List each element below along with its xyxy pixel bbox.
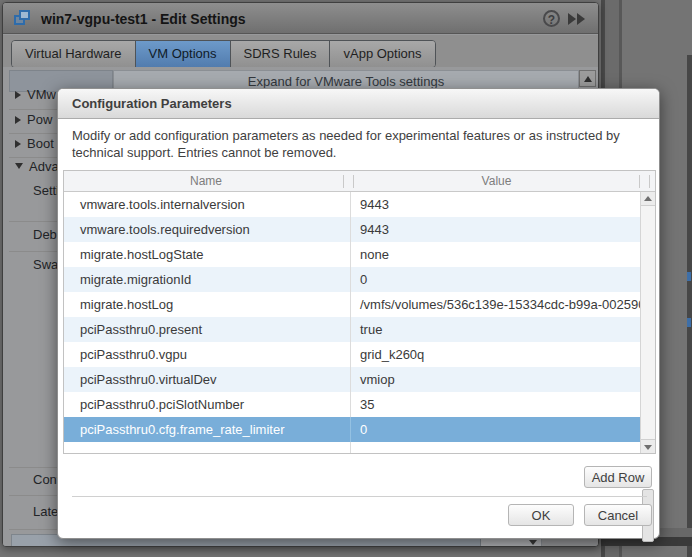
table-row[interactable]: vmware.tools.internalversion9443 <box>64 192 655 217</box>
tab-vapp-options[interactable]: vApp Options <box>330 41 434 67</box>
tree-item-vmw[interactable]: VMw <box>15 87 56 103</box>
expand-icon[interactable] <box>15 116 21 124</box>
tree-item-label: Setti <box>33 183 59 198</box>
column-resize-handle[interactable] <box>639 175 640 188</box>
scrollbar-down-icon <box>644 445 652 450</box>
expand-icon[interactable] <box>15 91 21 99</box>
cell-value[interactable] <box>351 442 655 453</box>
cell-name[interactable]: pciPassthru0.cfg.frame_rate_limiter <box>64 417 351 442</box>
column-resize-handle[interactable] <box>343 175 344 188</box>
table-scrollbar[interactable] <box>640 192 655 453</box>
tree-item-label: VMw <box>27 87 56 102</box>
collapse-icon[interactable] <box>15 163 23 169</box>
cell-name[interactable]: migrate.migrationId <box>64 267 351 292</box>
tab-bar: Virtual HardwareVM OptionsSDRS RulesvApp… <box>11 40 436 68</box>
tree-item-label: Adva <box>29 159 59 174</box>
tree-item-pow[interactable]: Pow <box>15 112 52 128</box>
tree-item-label: Boot <box>27 136 54 151</box>
cell-value[interactable]: true <box>351 317 655 342</box>
cell-name[interactable] <box>64 442 351 453</box>
tree-item-swa[interactable]: Swa <box>33 257 58 273</box>
parameters-table: Name Value vmware.tools.internalversion9… <box>63 170 656 454</box>
table-header: Name Value <box>64 171 655 192</box>
table-row[interactable]: migrate.hostLogStatenone <box>64 242 655 267</box>
tab-virtual-hardware[interactable]: Virtual Hardware <box>12 41 136 67</box>
scrollbar-up-icon <box>644 196 652 201</box>
cancel-button[interactable]: Cancel <box>584 504 652 526</box>
modal-titlebar[interactable]: Configuration Parameters <box>58 89 659 119</box>
help-icon[interactable]: ? <box>543 10 560 27</box>
popout-icon[interactable] <box>568 13 586 25</box>
screen: win7-vgpu-test1 - Edit Settings ? Virtua… <box>0 0 692 557</box>
tab-strip: Virtual HardwareVM OptionsSDRS RulesvApp… <box>3 35 598 67</box>
tree-item-label: Late <box>33 504 58 519</box>
table-row[interactable]: pciPassthru0.cfg.frame_rate_limiter0 <box>64 417 655 442</box>
window-title: win7-vgpu-test1 - Edit Settings <box>41 11 246 27</box>
tree-item-adva[interactable]: Adva <box>15 159 59 175</box>
edit-settings-titlebar[interactable]: win7-vgpu-test1 - Edit Settings ? <box>3 3 598 34</box>
table-row[interactable] <box>64 442 655 453</box>
scrollbar-down-button[interactable] <box>641 439 655 453</box>
column-header-name[interactable]: Name <box>64 171 348 191</box>
cell-value[interactable]: 9443 <box>351 192 655 217</box>
cell-name[interactable]: pciPassthru0.present <box>64 317 351 342</box>
table-row[interactable]: migrate.hostLog/vmfs/volumes/536c139e-15… <box>64 292 655 317</box>
table-row[interactable]: pciPassthru0.vgpugrid_k260q <box>64 342 655 367</box>
cell-value[interactable]: 35 <box>351 392 655 417</box>
cell-value[interactable]: /vmfs/volumes/536c139e-15334cdc-b99a-002… <box>351 292 655 317</box>
table-row[interactable]: pciPassthru0.virtualDevvmiop <box>64 367 655 392</box>
column-header-value[interactable]: Value <box>354 171 639 191</box>
cell-name[interactable]: migrate.hostLogState <box>64 242 351 267</box>
table-row[interactable]: vmware.tools.requiredversion9443 <box>64 217 655 242</box>
cell-name[interactable]: vmware.tools.requiredversion <box>64 217 351 242</box>
modal-description: Modify or add configuration parameters a… <box>72 127 652 161</box>
tab-sdrs-rules[interactable]: SDRS Rules <box>231 41 331 67</box>
tree-item-late[interactable]: Late <box>33 504 58 520</box>
cell-value[interactable]: 0 <box>351 417 655 442</box>
cell-value[interactable]: none <box>351 242 655 267</box>
add-row-button[interactable]: Add Row <box>584 466 652 488</box>
scrollbar-up-button[interactable] <box>641 192 655 206</box>
background-right-strip <box>687 55 692 557</box>
background-accent-mark <box>687 272 691 281</box>
dropdown-arrow-icon <box>529 540 537 545</box>
table-row[interactable]: migrate.migrationId0 <box>64 267 655 292</box>
tab-vm-options[interactable]: VM Options <box>136 41 231 67</box>
cell-name[interactable]: pciPassthru0.vgpu <box>64 342 351 367</box>
configuration-parameters-dialog: Configuration Parameters Modify or add c… <box>57 88 660 539</box>
modal-title: Configuration Parameters <box>72 96 232 111</box>
cell-name[interactable]: pciPassthru0.virtualDev <box>64 367 351 392</box>
vm-icon <box>14 10 32 27</box>
cell-value[interactable]: 9443 <box>351 217 655 242</box>
modal-separator <box>72 496 647 497</box>
tree-item-boot[interactable]: Boot <box>15 136 54 152</box>
ok-button[interactable]: OK <box>508 504 574 526</box>
cell-name[interactable]: migrate.hostLog <box>64 292 351 317</box>
background-accent-mark <box>687 318 691 327</box>
column-resize-handle[interactable] <box>649 175 650 188</box>
table-row[interactable]: pciPassthru0.pciSlotNumber35 <box>64 392 655 417</box>
tree-item-setti[interactable]: Setti <box>33 183 59 199</box>
cell-value[interactable]: grid_k260q <box>351 342 655 367</box>
cell-value[interactable]: 0 <box>351 267 655 292</box>
cell-name[interactable]: pciPassthru0.pciSlotNumber <box>64 392 351 417</box>
tree-item-label: Swa <box>33 257 58 272</box>
column-resize-handle[interactable] <box>353 175 354 188</box>
cell-name[interactable]: vmware.tools.internalversion <box>64 192 351 217</box>
table-body: vmware.tools.internalversion9443vmware.t… <box>64 192 655 453</box>
cell-value[interactable]: vmiop <box>351 367 655 392</box>
tree-item-label: Pow <box>27 112 52 127</box>
table-row[interactable]: pciPassthru0.presenttrue <box>64 317 655 342</box>
expand-icon[interactable] <box>15 140 21 148</box>
